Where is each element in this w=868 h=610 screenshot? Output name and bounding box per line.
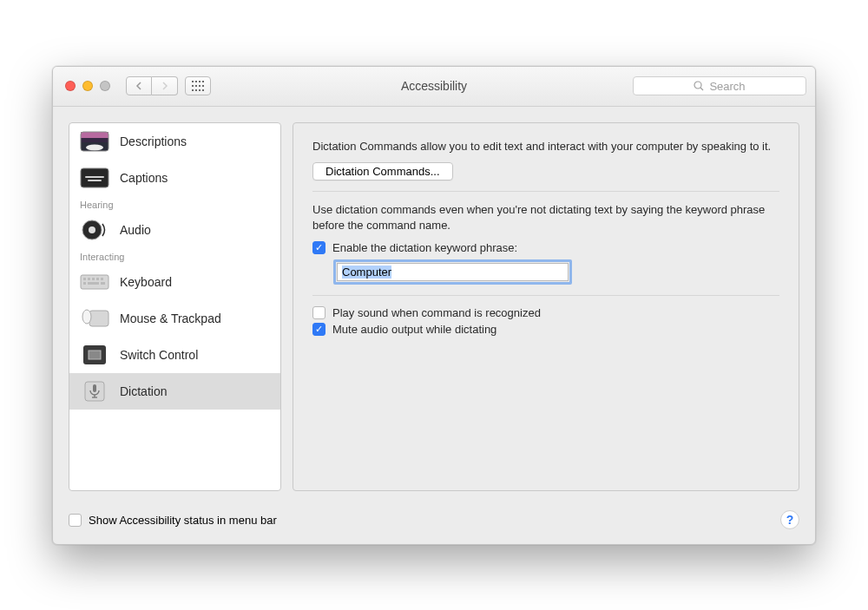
sidebar-item-label: Mouse & Trackpad — [120, 312, 221, 325]
svg-rect-35 — [89, 311, 108, 326]
sidebar-item-label: Dictation — [120, 384, 167, 398]
sidebar-item-label: Keyboard — [120, 275, 172, 289]
svg-rect-10 — [199, 89, 201, 91]
detail-panel: Dictation Commands allow you to edit tex… — [293, 122, 799, 491]
descriptions-icon — [80, 130, 109, 153]
nav-back-forward — [126, 76, 178, 95]
svg-point-17 — [86, 144, 103, 150]
chevron-right-icon — [161, 82, 168, 90]
svg-rect-41 — [93, 384, 96, 392]
svg-rect-7 — [202, 85, 204, 87]
svg-rect-0 — [192, 81, 194, 82]
search-icon — [694, 81, 704, 91]
fullscreen-button[interactable] — [100, 81, 110, 91]
mouse-trackpad-icon — [80, 307, 109, 330]
sidebar-item-mouse-trackpad[interactable]: Mouse & Trackpad — [69, 300, 280, 337]
search-placeholder: Search — [709, 80, 745, 93]
enable-keyword-checkbox[interactable]: ✓ — [312, 241, 326, 254]
mute-output-row: ✓ Mute audio output while dictating — [312, 323, 779, 336]
sidebar-item-label: Descriptions — [120, 134, 187, 148]
dictation-commands-button[interactable]: Dictation Commands... — [312, 162, 453, 180]
forward-button[interactable] — [152, 76, 178, 95]
svg-rect-21 — [88, 180, 102, 181]
sidebar-item-audio[interactable]: Audio — [69, 212, 280, 248]
keyword-phrase-input[interactable] — [337, 263, 569, 281]
svg-line-13 — [700, 88, 703, 90]
svg-rect-3 — [202, 81, 204, 82]
svg-rect-28 — [88, 278, 90, 280]
divider — [312, 191, 779, 192]
divider — [312, 295, 779, 296]
chevron-left-icon — [135, 82, 142, 90]
play-sound-checkbox[interactable] — [312, 306, 326, 319]
svg-rect-32 — [83, 282, 86, 285]
svg-rect-11 — [202, 89, 204, 91]
enable-keyword-row: ✓ Enable the dictation keyword phrase: — [312, 241, 779, 254]
svg-point-36 — [82, 310, 91, 324]
keyword-intro-text: Use dictation commands even when you're … — [312, 202, 779, 233]
svg-rect-34 — [101, 282, 105, 285]
dictation-icon — [80, 380, 109, 403]
sidebar-item-label: Captions — [120, 171, 168, 185]
show-status-label: Show Accessibility status in menu bar — [89, 514, 277, 527]
captions-icon — [80, 167, 109, 189]
sidebar-item-dictation[interactable]: Dictation — [69, 373, 280, 410]
traffic-lights — [65, 81, 110, 91]
back-button[interactable] — [126, 76, 152, 95]
intro-text: Dictation Commands allow you to edit tex… — [312, 139, 779, 154]
search-field[interactable]: Search — [633, 76, 806, 95]
preferences-window: Accessibility Search Descriptions Captio… — [52, 66, 816, 545]
mute-output-label: Mute audio output while dictating — [332, 323, 496, 336]
play-sound-row: Play sound when command is recognized — [312, 306, 779, 319]
content-area: Descriptions Captions Hearing Audio Inte… — [53, 107, 815, 507]
titlebar: Accessibility Search — [53, 67, 815, 107]
close-window-button[interactable] — [65, 81, 76, 91]
svg-rect-38 — [89, 351, 101, 359]
svg-rect-9 — [195, 89, 197, 91]
keyboard-icon — [80, 271, 109, 293]
svg-rect-20 — [85, 176, 104, 178]
sidebar-item-descriptions[interactable]: Descriptions — [69, 123, 280, 160]
svg-rect-6 — [199, 85, 201, 87]
svg-rect-27 — [83, 278, 86, 280]
mute-output-checkbox[interactable]: ✓ — [312, 323, 326, 336]
grid-icon — [192, 81, 204, 91]
enable-keyword-label: Enable the dictation keyword phrase: — [332, 241, 517, 254]
sidebar-group-interacting: Interacting — [69, 248, 280, 264]
svg-rect-33 — [88, 282, 99, 285]
audio-icon — [80, 219, 109, 241]
sidebar-item-label: Audio — [120, 223, 151, 237]
switch-control-icon — [80, 344, 109, 366]
sidebar-item-captions[interactable]: Captions — [69, 160, 280, 196]
status-bar-row: Show Accessibility status in menu bar — [69, 514, 277, 527]
svg-rect-1 — [195, 81, 197, 82]
svg-rect-29 — [92, 278, 95, 280]
svg-rect-16 — [81, 138, 108, 142]
show-status-checkbox[interactable] — [69, 514, 82, 527]
svg-point-12 — [694, 82, 701, 89]
sidebar-group-hearing: Hearing — [69, 196, 280, 212]
svg-rect-5 — [195, 85, 197, 87]
sidebar-item-switch-control[interactable]: Switch Control — [69, 337, 280, 373]
sidebar: Descriptions Captions Hearing Audio Inte… — [69, 122, 281, 491]
show-all-button[interactable] — [185, 76, 211, 95]
svg-rect-30 — [96, 278, 99, 280]
svg-rect-8 — [192, 89, 194, 91]
footer: Show Accessibility status in menu bar ? — [53, 507, 815, 544]
svg-rect-4 — [192, 85, 194, 87]
sidebar-item-label: Switch Control — [120, 348, 198, 362]
keyword-input-focus-ring — [333, 259, 572, 285]
play-sound-label: Play sound when command is recognized — [332, 306, 541, 319]
help-button[interactable]: ? — [780, 510, 799, 529]
svg-rect-31 — [101, 278, 103, 280]
minimize-window-button[interactable] — [82, 81, 93, 91]
sidebar-item-keyboard[interactable]: Keyboard — [69, 264, 280, 300]
svg-rect-2 — [199, 81, 201, 82]
svg-point-25 — [89, 226, 95, 233]
